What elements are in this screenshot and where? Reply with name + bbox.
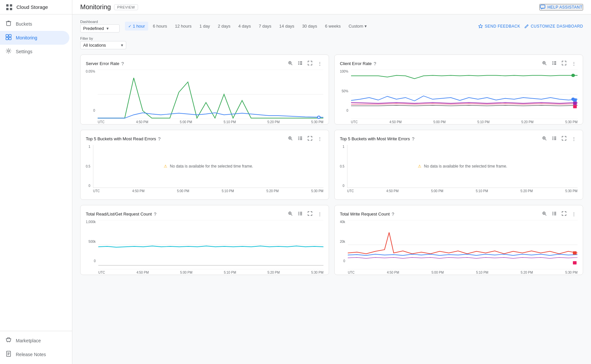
chart-header-client-error: Client Error Rate ? ⋮	[340, 60, 578, 67]
chart-actions-read-request: ⋮	[287, 211, 323, 217]
chart-header-read-errors: Top 5 Buckets with Most Read Errors ?	[86, 135, 323, 142]
more-icon-read-request[interactable]: ⋮	[316, 211, 323, 217]
help-icon-write-request[interactable]: ?	[392, 212, 394, 217]
filter-select[interactable]: All locations ▾	[80, 41, 126, 49]
time-btn-30days[interactable]: 30 days	[299, 22, 320, 31]
chart-title-group-read: Top 5 Buckets with Most Read Errors ?	[86, 136, 161, 142]
zoom-icon-client-error[interactable]	[541, 60, 548, 67]
legend-icon-write-errors[interactable]	[551, 135, 558, 142]
sidebar-item-monitoring[interactable]: Monitoring	[0, 31, 69, 45]
svg-rect-23	[554, 61, 556, 62]
time-btn-6weeks[interactable]: 6 weeks	[322, 22, 344, 31]
fullscreen-icon-write-request[interactable]	[560, 211, 568, 217]
help-icon-client-error[interactable]: ?	[374, 61, 376, 66]
svg-rect-31	[573, 99, 577, 102]
svg-rect-7	[9, 37, 11, 40]
sidebar-item-marketplace[interactable]: Marketplace	[0, 334, 69, 348]
topbar: Monitoring PREVIEW HELP ASSISTANT	[72, 0, 591, 14]
no-data-message-read: ⚠ No data is available for the selected …	[93, 145, 323, 188]
x-axis-read-errors: UTC 4:50 PM 5:00 PM 5:10 PM 5:20 PM 5:30…	[93, 188, 323, 194]
feedback-icon	[478, 24, 483, 29]
sidebar-item-settings[interactable]: Settings	[0, 45, 69, 58]
chart-actions-server-error: ⋮	[287, 60, 323, 67]
dashboard-value: Predefined	[83, 26, 104, 31]
x-axis-client-error: UTC 4:50 PM 5:00 PM 5:10 PM 5:20 PM 5:30…	[351, 119, 578, 125]
sidebar-item-release-notes-label: Release Notes	[16, 352, 46, 357]
fullscreen-icon-client-error[interactable]	[560, 60, 568, 67]
svg-rect-43	[300, 212, 302, 213]
time-btn-7days[interactable]: 7 days	[255, 22, 274, 31]
fullscreen-icon-server-error[interactable]	[306, 60, 314, 67]
send-feedback-button[interactable]: SEND FEEDBACK	[478, 24, 520, 29]
time-btn-2days[interactable]: 2 days	[215, 22, 234, 31]
more-icon-write-request[interactable]: ⋮	[570, 211, 578, 217]
y-mid-read-req: 500k	[88, 240, 96, 243]
legend-icon-server-error[interactable]	[296, 60, 304, 67]
legend-icon-write-request[interactable]	[551, 211, 558, 217]
svg-rect-3	[10, 8, 12, 10]
zoom-icon-write-request[interactable]	[541, 211, 548, 217]
customize-dashboard-button[interactable]: CUSTOMIZE DASHBOARD	[524, 24, 583, 29]
fullscreen-icon-read-errors[interactable]	[306, 135, 314, 142]
y-max-client-error: 100%	[340, 70, 348, 73]
y-max-server-error: 0.05%	[86, 70, 95, 73]
time-btn-1day[interactable]: 1 day	[196, 22, 213, 31]
warning-icon-write: ⚠	[418, 164, 421, 169]
sidebar-item-buckets[interactable]: Buckets	[0, 17, 69, 31]
legend-icon-read-errors[interactable]	[296, 135, 304, 142]
zoom-icon-write-errors[interactable]	[541, 135, 548, 142]
sidebar: Cloud Storage Buckets Moni	[0, 0, 72, 364]
time-btn-4days[interactable]: 4 days	[235, 22, 254, 31]
legend-icon-client-error[interactable]	[551, 60, 558, 67]
custom-dropdown-icon: ▾	[365, 24, 367, 29]
svg-rect-44	[300, 213, 302, 214]
more-icon-server-error[interactable]: ⋮	[316, 60, 323, 67]
svg-rect-1	[10, 4, 12, 7]
svg-rect-5	[9, 34, 11, 37]
chart-actions-client-error: ⋮	[541, 60, 578, 67]
y-min-client-error: 0	[346, 109, 348, 112]
buckets-icon	[5, 20, 12, 28]
svg-point-9	[8, 342, 8, 342]
time-btn-6hours[interactable]: 6 hours	[150, 22, 170, 31]
more-icon-read-errors[interactable]: ⋮	[316, 136, 323, 142]
time-btn-12hours[interactable]: 12 hours	[172, 22, 195, 31]
time-btn-custom[interactable]: Custom ▾	[345, 22, 370, 31]
chart-title-group: Server Error Rate ?	[86, 61, 124, 66]
svg-rect-14	[300, 61, 302, 62]
help-icon-write-errors[interactable]: ?	[412, 136, 414, 142]
sidebar-footer: Marketplace Release Notes	[0, 331, 72, 364]
zoom-icon-read-errors[interactable]	[287, 135, 294, 142]
svg-rect-51	[554, 213, 556, 214]
x-axis-write-request: UTC 4:50 PM 5:00 PM 5:10 PM 5:20 PM 5:30…	[348, 269, 578, 276]
chart-header-read-request: Total Read/List/Get Request Count ?	[86, 211, 323, 217]
more-icon-client-error[interactable]: ⋮	[570, 60, 578, 67]
sidebar-item-release-notes[interactable]: Release Notes	[0, 348, 69, 361]
fullscreen-icon-read-request[interactable]	[306, 211, 314, 217]
no-data-text-read: No data is available for the selected ti…	[170, 164, 253, 169]
zoom-icon-server-error[interactable]	[287, 60, 294, 67]
dashboard-select[interactable]: Predefined ▾	[80, 24, 120, 33]
help-assistant-button[interactable]: HELP ASSISTANT	[539, 4, 583, 11]
svg-rect-6	[6, 37, 8, 40]
svg-point-10	[9, 342, 10, 342]
chart-title-write-errors: Top 5 Buckets with Most Write Errors	[340, 136, 410, 141]
svg-rect-32	[573, 102, 577, 105]
help-icon-read-errors[interactable]: ?	[158, 136, 161, 142]
help-icon-server-error[interactable]: ?	[121, 61, 124, 66]
time-btn-1hour[interactable]: 1 hour	[125, 22, 148, 31]
zoom-icon-read-request[interactable]	[287, 211, 294, 217]
fullscreen-icon-write-errors[interactable]	[560, 135, 568, 142]
chart-actions-write-errors: ⋮	[541, 135, 578, 142]
dashboard-select-group: Dashboard Predefined ▾	[80, 20, 120, 33]
no-data-text-write: No data is available for the selected ti…	[424, 164, 507, 169]
legend-icon-read-request[interactable]	[296, 211, 304, 217]
y-mid-read: 0.5	[86, 165, 90, 168]
warning-icon-read: ⚠	[164, 164, 167, 169]
chart-header-write-errors: Top 5 Buckets with Most Write Errors ?	[340, 135, 578, 142]
time-btn-14days[interactable]: 14 days	[276, 22, 298, 31]
more-icon-write-errors[interactable]: ⋮	[570, 136, 578, 142]
svg-point-8	[8, 50, 10, 52]
help-icon-read-request[interactable]: ?	[154, 212, 156, 217]
marketplace-icon	[5, 337, 12, 344]
